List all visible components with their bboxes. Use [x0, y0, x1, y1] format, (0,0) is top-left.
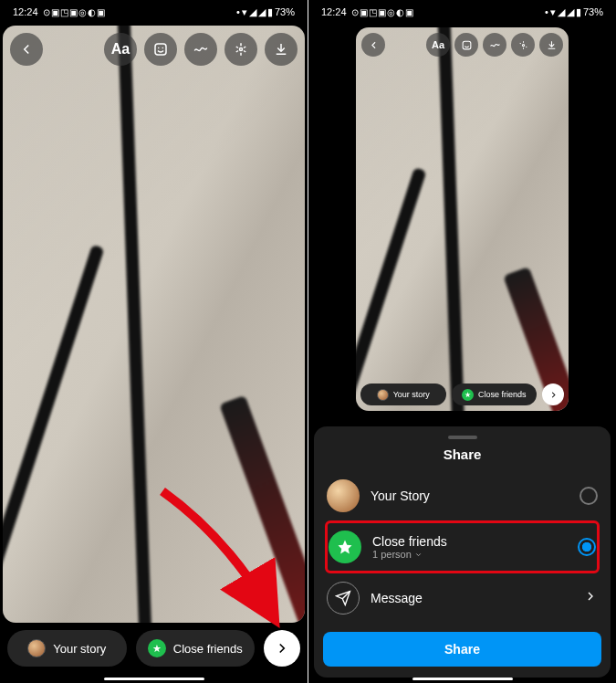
- wifi-icon: ▾: [242, 6, 247, 18]
- close-friends-label: Close friends: [478, 390, 527, 399]
- signal-icon: ◢: [558, 6, 565, 18]
- message-label: Message: [371, 591, 572, 605]
- avatar: [377, 389, 389, 401]
- next-arrow-button[interactable]: [264, 630, 300, 667]
- share-row-your-story[interactable]: Your Story: [323, 471, 601, 520]
- star-icon: ★: [462, 389, 474, 401]
- story-photo: [3, 26, 305, 623]
- text-tool-button[interactable]: Aa: [104, 33, 137, 66]
- close-friends-label: Close friends: [372, 534, 567, 549]
- story-editor-canvas-scaled: Aa Your story ★: [356, 27, 569, 411]
- close-friends-pill[interactable]: ★ Close friends: [452, 384, 538, 405]
- svg-point-5: [522, 44, 524, 46]
- close-friends-label: Close friends: [173, 642, 243, 656]
- signal-icon-2: ◢: [258, 6, 266, 18]
- draw-tool-button[interactable]: [483, 33, 506, 57]
- your-story-pill[interactable]: Your story: [360, 384, 446, 405]
- battery-pct: 73%: [583, 6, 603, 17]
- editor-toolbar: Aa: [361, 33, 563, 57]
- share-button-label: Share: [444, 642, 480, 657]
- status-dot: •: [545, 6, 548, 17]
- editor-toolbar: Aa: [10, 33, 298, 66]
- radio-unselected[interactable]: [579, 487, 598, 505]
- chevron-right-icon: [583, 589, 598, 608]
- your-story-pill[interactable]: Your story: [7, 630, 127, 667]
- sheet-title: Share: [323, 447, 601, 462]
- draw-tool-button[interactable]: [184, 33, 217, 66]
- status-notif-icons: ⊙▣◳▣◎◐▣: [42, 6, 105, 17]
- battery-icon: ▮: [267, 6, 273, 18]
- svg-point-2: [162, 47, 164, 49]
- share-row-message[interactable]: Message: [323, 573, 601, 623]
- status-time: 12:24: [13, 6, 38, 17]
- svg-point-3: [240, 48, 243, 51]
- battery-pct: 73%: [275, 6, 295, 17]
- effects-tool-button[interactable]: [224, 33, 257, 66]
- status-time: 12:24: [321, 6, 347, 17]
- story-editor-canvas[interactable]: Aa: [3, 26, 305, 623]
- signal-icon-2: ◢: [567, 6, 574, 18]
- effects-tool-button[interactable]: [511, 33, 535, 57]
- close-friends-pill[interactable]: ★ Close friends: [136, 630, 256, 667]
- home-indicator[interactable]: [104, 678, 204, 680]
- left-screenshot: 12:24 ⊙▣◳▣◎◐▣ • ▾ ◢ ◢ ▮ 73% Aa: [0, 0, 308, 683]
- next-arrow-button[interactable]: [542, 384, 564, 405]
- share-bar: Your story ★ Close friends: [360, 384, 564, 405]
- status-bar: 12:24 ⊙▣◳▣◎◐▣ • ▾ ◢ ◢ ▮ 73%: [308, 0, 616, 24]
- download-button[interactable]: [265, 33, 298, 66]
- avatar: [327, 479, 360, 512]
- story-photo: [356, 27, 569, 411]
- right-screenshot: 12:24 ⊙▣◳▣◎◐▣ • ▾ ◢ ◢ ▮ 73% Aa: [308, 0, 616, 683]
- close-friends-count[interactable]: 1 person: [372, 549, 567, 560]
- download-button[interactable]: [539, 33, 563, 57]
- back-button[interactable]: [361, 33, 385, 57]
- svg-rect-4: [463, 41, 471, 49]
- your-story-label: Your story: [53, 642, 106, 656]
- sticker-tool-button[interactable]: [144, 33, 177, 66]
- send-icon: [327, 582, 360, 615]
- avatar: [27, 639, 46, 657]
- signal-icon: ◢: [249, 6, 256, 18]
- home-indicator[interactable]: [412, 678, 513, 680]
- radio-selected[interactable]: [578, 538, 596, 556]
- star-icon: [329, 531, 361, 563]
- svg-rect-0: [155, 44, 166, 55]
- status-notif-icons: ⊙▣◳▣◎◐▣: [350, 6, 413, 17]
- star-icon: ★: [148, 639, 166, 657]
- your-story-label: Your Story: [371, 489, 569, 503]
- battery-icon: ▮: [576, 6, 581, 18]
- svg-marker-6: [339, 541, 352, 554]
- svg-point-1: [158, 47, 160, 49]
- text-tool-button[interactable]: Aa: [426, 33, 450, 57]
- share-bar: Your story ★ Close friends: [7, 630, 300, 667]
- sheet-drag-handle[interactable]: [448, 436, 477, 439]
- share-row-close-friends[interactable]: Close friends 1 person: [323, 520, 601, 573]
- share-button[interactable]: Share: [323, 632, 601, 667]
- share-sheet: Share Your Story Close friends 1 person: [314, 426, 611, 678]
- chevron-down-icon: [414, 551, 423, 559]
- sticker-tool-button[interactable]: [454, 33, 478, 57]
- status-bar: 12:24 ⊙▣◳▣◎◐▣ • ▾ ◢ ◢ ▮ 73%: [0, 0, 308, 24]
- back-button[interactable]: [10, 33, 43, 66]
- wifi-icon: ▾: [550, 6, 556, 18]
- status-dot: •: [236, 6, 240, 17]
- your-story-label: Your story: [393, 390, 430, 399]
